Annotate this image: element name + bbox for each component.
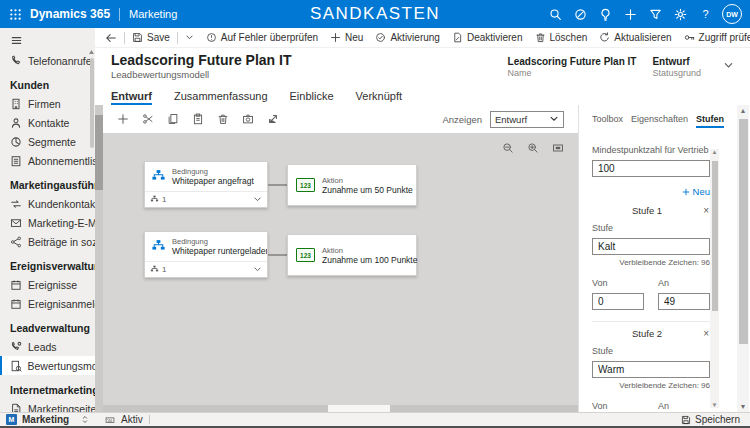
save-button[interactable]: Save [126, 28, 176, 47]
sidebar-item-marketing-emails[interactable]: Marketing-E-Mails [0, 213, 95, 232]
new-stage-link[interactable]: Neu [592, 186, 710, 197]
range-from: Von [592, 271, 644, 310]
sidebar-item-kundenkontaktverlaeufe[interactable]: Kundenkontaktver... [0, 194, 95, 213]
from-input[interactable] [592, 293, 644, 310]
add-tile-icon[interactable] [117, 113, 129, 125]
cut-icon[interactable] [142, 113, 154, 125]
sidebar-item-abonnementlisten[interactable]: Abonnementlisten [0, 151, 95, 170]
activate-button[interactable]: Aktivierung [369, 28, 445, 47]
sidebar-item-ereignisse[interactable]: Ereignisse [0, 275, 95, 294]
action-tile-2[interactable]: 123 Aktion Zunahme um 100 Punkte [287, 234, 417, 276]
chevron-down-icon [549, 114, 559, 124]
sidebar-item-marketingseiten[interactable]: Marketingseiten [0, 399, 95, 412]
header-expand-chevron-icon[interactable] [717, 56, 740, 75]
delete-button[interactable]: Löschen [529, 28, 594, 47]
slash-circle-icon[interactable] [568, 0, 593, 28]
chevron-down-icon[interactable] [253, 265, 262, 274]
gear-icon[interactable] [668, 0, 693, 28]
tile-name: Zunahme um 100 Punkte [322, 255, 417, 265]
brand-title[interactable]: Dynamics 365 [30, 7, 110, 21]
canvas-horizontal-scrollbar[interactable] [103, 405, 578, 412]
sidebar-item-bewertungsmodelle[interactable]: Bewertungsmodelle [0, 356, 95, 375]
save-split-chevron[interactable] [179, 28, 200, 47]
hamburger-menu-icon[interactable] [0, 28, 95, 51]
stage-name-input[interactable] [592, 361, 710, 378]
sidebar-group-title: Marketingausführung [0, 170, 95, 194]
plus-icon[interactable] [618, 0, 643, 28]
scrollbar-down-arrow[interactable]: ▼ [737, 403, 749, 410]
action-tile-1[interactable]: 123 Aktion Zunahme um 50 Punkte [287, 164, 417, 206]
sidebar-item-telefonanrufe[interactable]: Telefonanrufe [0, 51, 95, 70]
scrollbar-thumb[interactable] [90, 58, 94, 148]
scrollbar-thumb[interactable] [95, 115, 103, 190]
tab-zusammenfassung[interactable]: Zusammenfassung [174, 87, 268, 105]
stage-field-label: Stufe [592, 223, 710, 233]
sidebar-item-segmente[interactable]: Segmente [0, 132, 95, 151]
fit-screen-icon[interactable] [552, 142, 564, 154]
refresh-button[interactable]: Aktualisieren [593, 28, 677, 47]
condition-flow-icon [151, 169, 166, 184]
min-score-input[interactable] [592, 160, 710, 177]
panel-tab-eigenschaften[interactable]: Eigenschaften [631, 114, 688, 128]
check-access-button[interactable]: Zugriff prüfen [678, 28, 750, 47]
tab-verknuepft[interactable]: Verknüpft [356, 87, 402, 105]
panel-tab-toolbox[interactable]: Toolbox [592, 114, 623, 128]
waffle-menu-icon[interactable] [0, 8, 30, 21]
stage-name-input[interactable] [592, 238, 710, 255]
sidebar-item-soziale-beitraege[interactable]: Beiträge in soziale [0, 232, 95, 251]
copy-icon[interactable] [167, 113, 179, 125]
sidebar-item-label: Marketingseiten [28, 403, 95, 413]
deactivate-button[interactable]: Deaktivieren [446, 28, 529, 47]
user-avatar[interactable]: DW [722, 4, 742, 24]
scrollbar-down-arrow[interactable]: ▼ [710, 402, 719, 408]
lightbulb-icon[interactable] [593, 0, 618, 28]
remove-stage-icon[interactable]: × [702, 205, 710, 216]
sidebar-item-kontakte[interactable]: Kontakte [0, 113, 95, 132]
tab-entwurf[interactable]: Entwurf [111, 87, 152, 105]
condition-tile-2[interactable]: Bedingung Whitepaper runtergeladen 1 [144, 231, 268, 278]
chevron-down-icon[interactable] [253, 195, 262, 204]
panel-scrollbar[interactable]: ▲ ▼ [710, 149, 719, 408]
condition-tile-1[interactable]: Bedingung Whitepaper angefragt 1 [144, 161, 268, 208]
app-name[interactable]: Marketing [129, 8, 177, 20]
sidebar-item-ereignisanmeldungen[interactable]: Ereignisanmeldun... [0, 294, 95, 313]
expand-icon[interactable] [267, 113, 279, 125]
area-switcher[interactable]: M Marketing [0, 413, 95, 426]
range-row: Von An [592, 394, 710, 412]
scrollbar-up-arrow[interactable]: ▲ [710, 149, 719, 155]
scrollbar-thumb[interactable] [739, 119, 748, 344]
paste-icon[interactable] [192, 113, 204, 125]
tile-name: Zunahme um 50 Punkte [322, 185, 413, 195]
search-icon[interactable] [543, 0, 568, 28]
scrollbar-up-arrow[interactable]: ▲ [737, 107, 749, 114]
scrollbar-thumb[interactable] [712, 161, 718, 311]
remove-stage-icon[interactable]: × [702, 328, 710, 339]
snapshot-icon[interactable] [242, 113, 254, 125]
to-input[interactable] [658, 293, 710, 310]
area-switcher-updown-icon[interactable] [81, 414, 89, 425]
view-dropdown[interactable]: Entwurf [490, 111, 564, 128]
designer-canvas[interactable]: Bedingung Whitepaper angefragt 1 123 [103, 134, 578, 405]
check-errors-button[interactable]: Auf Fehler überprüfen [200, 28, 324, 47]
score-123-icon: 123 [296, 248, 315, 262]
zoom-out-icon[interactable] [502, 142, 514, 154]
help-icon[interactable]: ? [693, 0, 718, 28]
back-button[interactable] [99, 28, 123, 47]
window-scrollbar[interactable]: ▲ ▼ [737, 105, 749, 412]
new-button[interactable]: Neu [324, 28, 369, 47]
tab-einblicke[interactable]: Einblicke [290, 87, 334, 105]
properties-panel: Toolbox Eigenschaften Stufen Mindestpunk… [578, 105, 750, 412]
zoom-in-icon[interactable] [527, 142, 539, 154]
range-row: Von An [592, 271, 710, 310]
sidebar-item-firmen[interactable]: Firmen [0, 94, 95, 113]
sidebar-scrollbar[interactable] [88, 50, 95, 412]
scrollbar-thumb[interactable] [328, 405, 390, 412]
sidebar-item-leads[interactable]: Leads [0, 337, 95, 356]
stage-section-2: Stufe 2 × Stufe Verbleibende Zeichen: 96… [592, 321, 710, 412]
condition-tile-body: Bedingung Whitepaper angefragt [145, 162, 267, 191]
panel-tab-stufen[interactable]: Stufen [696, 114, 724, 128]
save-status-button[interactable]: Speichern [681, 414, 740, 425]
delete-tile-icon[interactable] [217, 113, 229, 125]
content-left-scrollbar[interactable] [95, 105, 103, 412]
filter-icon[interactable] [643, 0, 668, 28]
